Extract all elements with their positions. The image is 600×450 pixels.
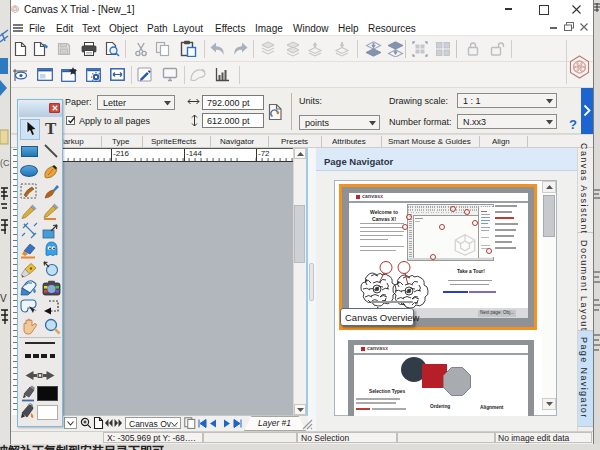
svg-text:(C: (C (0, 158, 10, 168)
svg-text:V: V (0, 293, 7, 304)
